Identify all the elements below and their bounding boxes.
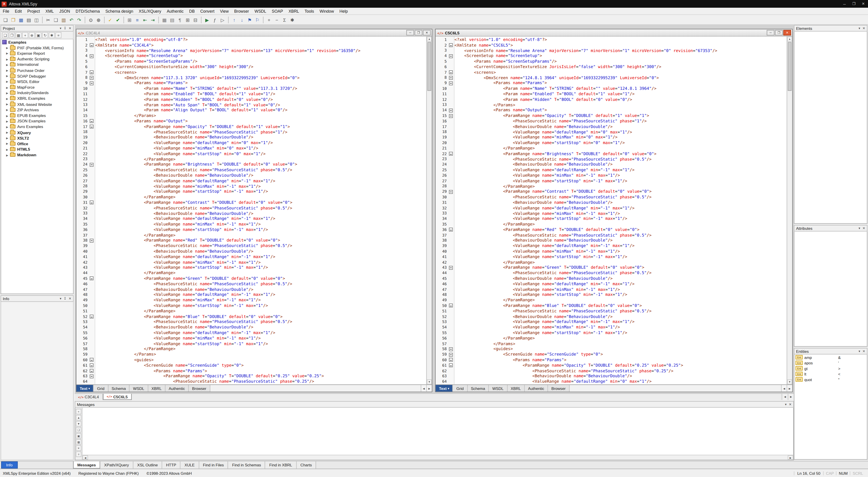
code-line[interactable]: 22 <ParamRange name="Brightness" T="DOUB…	[436, 151, 786, 156]
fold-toggle-icon[interactable]	[449, 353, 453, 356]
scroll-left-icon[interactable]: ◀	[421, 385, 426, 391]
code-line[interactable]: 31 <ParamRange name="Contrast" T="DOUBLE…	[76, 200, 426, 205]
code-line[interactable]: 40 <ValueRange name="minMax" min="-1" ma…	[436, 249, 786, 254]
code-line[interactable]: 62 <Params name="Params">	[76, 368, 426, 374]
project-item-epub-examples[interactable]: ▶EPUB Examples	[1, 113, 73, 118]
messages-next-message-button[interactable]: ▼	[76, 421, 81, 426]
code-line[interactable]: 42 <ValueRange name="minMax" min="-1" ma…	[76, 260, 426, 265]
code-line[interactable]: 36 <ParamRange name="Red" T="DOUBLE" def…	[436, 227, 786, 233]
fold-toggle-icon[interactable]	[90, 76, 93, 80]
messages-copy-message-button[interactable]: ❑	[76, 427, 81, 433]
code-line[interactable]: 22 <ValueRange name="startStop" min="0" …	[76, 151, 426, 156]
toolbar-check-well-formed-button[interactable]: ✓	[106, 16, 114, 24]
view-tab-xbrl[interactable]: XBRL	[148, 385, 165, 391]
chevron-down-icon[interactable]: ▾	[859, 350, 860, 353]
project-item-soap-debugger[interactable]: ▶SOAP Debugger	[1, 73, 73, 79]
code-line[interactable]: 24 <ParamRange name="Brightness" T="DOUB…	[76, 162, 426, 167]
code-line[interactable]: 46 <PhaseSourceStatic name="PhaseSourceS…	[76, 281, 426, 287]
code-line[interactable]: 55 <ValueRange name="defaultRange" min="…	[76, 330, 426, 336]
code-line[interactable]: 64 <ValueRange name="defaultRange" min="…	[436, 379, 786, 385]
menu-authentic[interactable]: Authentic	[164, 8, 186, 14]
expand-arrow-icon[interactable]: ▶	[6, 57, 10, 61]
bottom-tab-xule[interactable]: XULE	[181, 461, 199, 469]
code-line[interactable]: 53 <ValueRange name="defaultRange" min="…	[436, 319, 786, 325]
minimize-button[interactable]: ─	[767, 30, 774, 35]
code-line[interactable]: 42 </ParamRange>	[436, 260, 786, 265]
code-line[interactable]: 13 <Param name="Auto Span" T="BOOL" defa…	[76, 102, 426, 108]
scroll-left-icon[interactable]: ◀	[781, 385, 786, 391]
code-line[interactable]: 35 </ParamRange>	[436, 222, 786, 227]
menu-project[interactable]: Project	[25, 8, 43, 14]
fold-toggle-icon[interactable]	[90, 81, 93, 85]
scroll-down-icon[interactable]: ▼	[427, 380, 432, 385]
code-line[interactable]: 45 <BehaviourDouble name="BehaviourDoubl…	[436, 276, 786, 281]
toolbar-move-up-button[interactable]: ↑	[230, 16, 238, 24]
toolbar-table-view-button[interactable]: ▤	[168, 16, 176, 24]
code-line[interactable]: 30 </ParamRange>	[76, 195, 426, 200]
code-line[interactable]: 43 <ParamRange name="Green" T="DOUBLE" d…	[436, 265, 786, 270]
code-line[interactable]: 43 <ValueRange name="startStop" min="-1"…	[76, 265, 426, 270]
toolbar-new-file-button[interactable]: ❏	[2, 16, 9, 24]
code-line[interactable]: 26 <BehaviourDouble name="BehaviourDoubl…	[76, 173, 426, 178]
code-line[interactable]: 52 <ParamRange name="Blue" T="DOUBLE" de…	[76, 314, 426, 319]
scrollbar-thumb[interactable]	[788, 42, 792, 91]
code-line[interactable]: 60 <guides>	[76, 357, 426, 363]
menu-file[interactable]: File	[0, 8, 12, 14]
code-line[interactable]: 40 <BehaviourDouble name="BehaviourDoubl…	[76, 249, 426, 254]
code-line[interactable]: 28 <ValueRange name="minMax" min="-1" ma…	[76, 184, 426, 189]
menu-schema-design[interactable]: Schema design	[103, 8, 136, 14]
code-line[interactable]: 17 <BehaviourDouble name="BehaviourDoubl…	[436, 124, 786, 129]
fold-toggle-icon[interactable]	[90, 70, 93, 74]
fold-toggle-icon[interactable]	[90, 162, 93, 167]
project-item-office[interactable]: ▶Office	[1, 141, 73, 147]
code-line[interactable]: 47 <ValueRange name="minMax" min="-1" ma…	[436, 287, 786, 292]
code-line[interactable]: 24 <BehaviourDouble name="BehaviourDoubl…	[436, 162, 786, 167]
code-line[interactable]: 14 <Params name="Output">	[436, 108, 786, 113]
menu-view[interactable]: View	[217, 8, 231, 14]
toolbar-previous-bookmark-button[interactable]: ⚑	[246, 16, 253, 24]
project-item-purchase-order[interactable]: ▶Purchase Order	[1, 68, 73, 73]
code-line[interactable]: 8 <DmxScreen name="117.3.1 3720" uniqueI…	[76, 75, 426, 81]
code-line[interactable]: 37 <PhaseSourceStatic name="PhaseSourceS…	[436, 233, 786, 238]
expand-arrow-icon[interactable]: ▶	[6, 131, 10, 134]
toolbar-find-next-button[interactable]: ⊛	[95, 16, 102, 24]
code-line[interactable]: 58 </ParamRange>	[76, 347, 426, 352]
toolbar-cut-button[interactable]: ✂	[44, 16, 52, 24]
menu-browser[interactable]: Browser	[231, 8, 252, 14]
code-line[interactable]: 17 <ParamRange name="Opacity" T="DOUBLE"…	[76, 124, 426, 129]
bottom-tab-messages[interactable]: Messages	[73, 461, 100, 469]
code-line[interactable]: 52 <BehaviourDouble name="BehaviourDoubl…	[436, 314, 786, 319]
code-line[interactable]: 19 <BehaviourDouble name="BehaviourDoubl…	[76, 135, 426, 140]
fold-toggle-icon[interactable]	[90, 125, 93, 128]
fold-toggle-icon[interactable]	[90, 43, 93, 47]
restore-button[interactable]: ❐	[775, 30, 783, 35]
code-line[interactable]: 25 <ValueRange name="defaultRange" min="…	[436, 167, 786, 173]
code-line[interactable]: 16 <PhaseSourceStatic name="PhaseSourceS…	[436, 119, 786, 124]
close-icon[interactable]: ✕	[862, 227, 865, 230]
code-line[interactable]: 6 <CurrentCompositionTextureSize width="…	[76, 64, 426, 70]
entity-row[interactable]: Entgt>	[794, 365, 867, 371]
view-tab-grid[interactable]: Grid	[453, 385, 467, 391]
code-line[interactable]: 15 </Params>	[76, 113, 426, 119]
fold-toggle-icon[interactable]	[449, 363, 453, 367]
scroll-right-icon[interactable]: ▶	[786, 385, 792, 391]
scroll-right-icon[interactable]: ▶	[788, 455, 793, 460]
code-line[interactable]: 49 <ValueRange name="minMax" min="-1" ma…	[76, 298, 426, 303]
toolbar-sum-button[interactable]: Σ	[281, 16, 288, 24]
code-line[interactable]: 25 <PhaseSourceStatic name="PhaseSourceS…	[76, 167, 426, 173]
close-button[interactable]: ✕	[859, 0, 868, 8]
tab-scroll-left-icon[interactable]: ◀	[782, 394, 788, 400]
code-line[interactable]: 2<XmlState name="C5C6L5">	[436, 42, 786, 48]
project-add-active-file-button[interactable]: ▣	[35, 32, 41, 38]
code-line[interactable]: 45 <ParamRange name="Green" T="DOUBLE" d…	[76, 276, 426, 281]
close-icon[interactable]: ✕	[789, 403, 792, 406]
fold-toggle-icon[interactable]	[90, 277, 93, 280]
project-item-expense-report[interactable]: ▶Expense Report	[1, 51, 73, 56]
project-item-wsdl-editor[interactable]: ▶WSDL Editor	[1, 79, 73, 85]
code-line[interactable]: 33 <BehaviourDouble name="BehaviourDoubl…	[76, 211, 426, 216]
messages-previous-message-button[interactable]: ▲	[76, 415, 81, 420]
expand-arrow-icon[interactable]: ▶	[6, 74, 10, 78]
project-save-project-button[interactable]: ▦	[16, 32, 22, 38]
scroll-left-icon[interactable]: ◀	[83, 455, 88, 460]
bottom-tab-charts[interactable]: Charts	[297, 461, 316, 469]
